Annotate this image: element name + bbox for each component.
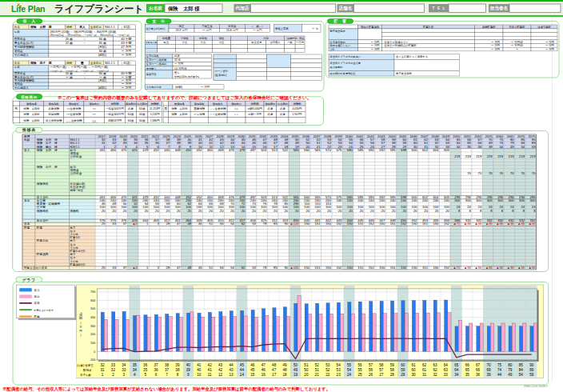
svg-text:お名前: お名前: [149, 6, 162, 11]
svg-text:日額一万円: 日額一万円: [248, 113, 262, 116]
svg-text:収入: 収入: [24, 148, 30, 152]
svg-text:34: 34: [454, 373, 459, 377]
svg-text:2: 2: [112, 373, 114, 377]
svg-text:50: 50: [304, 368, 309, 372]
svg-text:75: 75: [497, 363, 502, 367]
svg-text:31: 31: [100, 368, 105, 372]
svg-text:219: 219: [487, 154, 493, 158]
svg-text:20: 20: [112, 209, 116, 213]
svg-text:28: 28: [166, 266, 170, 270]
svg-text:ー 万円: ー 万円: [491, 48, 501, 51]
svg-text:53: 53: [337, 368, 341, 372]
svg-text:教育資金目的: 教育資金目的: [330, 30, 345, 33]
svg-text:36: 36: [154, 368, 159, 372]
svg-text:○○生命保険: ○○生命保険: [66, 106, 81, 110]
svg-text:51: 51: [209, 266, 213, 270]
svg-text:20: 20: [263, 209, 267, 213]
svg-text:56: 56: [220, 222, 224, 226]
svg-text:85: 85: [274, 222, 278, 226]
svg-text:60: 60: [401, 363, 405, 367]
svg-text:8: 8: [177, 373, 179, 377]
svg-text:54: 54: [521, 145, 525, 149]
svg-text:住宅の種類: 住宅の種類: [146, 54, 160, 58]
svg-text:240: 240: [412, 198, 418, 202]
svg-text:598: 598: [401, 148, 407, 152]
svg-text:152: 152: [401, 266, 407, 270]
svg-text:ー 万円: ー 万円: [122, 53, 132, 57]
svg-text:ー 万円: ー 万円: [370, 44, 380, 47]
svg-text:一時金500万円: 一時金500万円: [106, 107, 124, 110]
svg-text:42: 42: [208, 363, 213, 367]
svg-text:～: ～: [83, 41, 86, 45]
svg-text:保険料: 保険料: [151, 102, 160, 106]
svg-text:ー 万円: ー 万円: [253, 29, 262, 32]
svg-text:62: 62: [242, 222, 246, 226]
svg-text:60歳: 60歳: [139, 107, 146, 110]
svg-text:565: 565: [293, 148, 300, 152]
svg-text:602: 602: [422, 148, 429, 152]
svg-text:49: 49: [508, 373, 513, 377]
svg-text:20: 20: [360, 209, 364, 213]
svg-text:300: 300: [487, 198, 493, 202]
svg-text:ー 歳: ー 歳: [66, 75, 73, 79]
svg-text:240: 240: [336, 198, 342, 202]
svg-text:◇◇: ◇◇: [234, 107, 239, 110]
svg-text:保険種類: 保険種類: [49, 102, 60, 106]
svg-text:保障額: 保障額: [250, 102, 259, 106]
svg-text:□□: □□: [93, 113, 96, 116]
svg-text:500: 500: [90, 307, 95, 310]
svg-text:7: 7: [166, 373, 168, 377]
svg-text:53: 53: [325, 363, 330, 367]
svg-text:25: 25: [357, 373, 362, 377]
svg-text:150: 150: [347, 222, 353, 226]
svg-text:55: 55: [357, 368, 362, 372]
svg-text:▲120: ▲120: [289, 266, 299, 270]
svg-text:32 年: 32 年: [174, 58, 182, 62]
svg-text:生活費合計(月額): 生活費合計(月額): [146, 27, 166, 30]
svg-text:38: 38: [165, 363, 170, 367]
svg-text:20: 20: [252, 209, 256, 213]
svg-text:22 歳: 22 歳: [66, 41, 73, 45]
svg-text:氏名: 氏名: [14, 62, 20, 65]
svg-text:貯蓄: 貯蓄: [24, 226, 30, 230]
svg-text:貯蓄引出: 貯蓄引出: [37, 238, 49, 242]
svg-text:33: 33: [444, 373, 449, 377]
svg-text:公立: 公立: [182, 41, 188, 44]
svg-text:支出: 支出: [24, 198, 30, 202]
svg-text:保険会社: 保険会社: [69, 102, 80, 106]
svg-text:70: 70: [478, 171, 482, 175]
svg-text:48: 48: [272, 363, 277, 367]
svg-text:33: 33: [112, 222, 116, 226]
svg-text:90: 90: [285, 266, 289, 270]
svg-text:保険商品: 保険商品: [89, 102, 99, 106]
svg-text:53: 53: [252, 266, 256, 270]
svg-text:27: 27: [379, 373, 384, 377]
svg-text:その他収入: その他収入: [14, 86, 30, 90]
svg-text:終身保険: 終身保険: [47, 106, 59, 110]
svg-text:現在: 現在: [179, 25, 185, 28]
svg-text:452: 452: [186, 148, 192, 152]
svg-text:ー ％: ー ％: [312, 27, 318, 30]
svg-text:522: 522: [282, 148, 289, 152]
svg-text:479: 479: [239, 148, 246, 152]
svg-text:64: 64: [444, 363, 449, 367]
svg-text:14 万円/年: 14 万円/年: [174, 67, 187, 70]
svg-text:54: 54: [347, 368, 352, 372]
svg-text:▲36: ▲36: [485, 266, 493, 270]
svg-text:30: 30: [412, 373, 417, 377]
svg-text:59: 59: [532, 145, 536, 149]
svg-text:ー 万円/月: ー 万円/月: [511, 44, 523, 47]
svg-text:貯蓄: 貯蓄: [34, 314, 41, 318]
svg-text:(年齢) 世帯主: (年齢) 世帯主: [77, 363, 94, 367]
svg-text:219: 219: [465, 154, 472, 158]
svg-text:200: 200: [90, 333, 95, 336]
svg-text:保険会社: 保険会社: [213, 102, 224, 106]
svg-text:37: 37: [123, 222, 127, 226]
svg-text:80: 80: [508, 363, 513, 367]
svg-text:89: 89: [529, 368, 534, 372]
svg-text:不足時の貯蓄優先順位: 不足時の貯蓄優先順位: [330, 72, 357, 75]
svg-text:49: 49: [293, 368, 298, 372]
svg-text:世帯主が60歳までに: 世帯主が60歳までに: [385, 41, 409, 44]
svg-text:49: 49: [283, 363, 288, 367]
svg-text:152: 152: [369, 266, 375, 270]
